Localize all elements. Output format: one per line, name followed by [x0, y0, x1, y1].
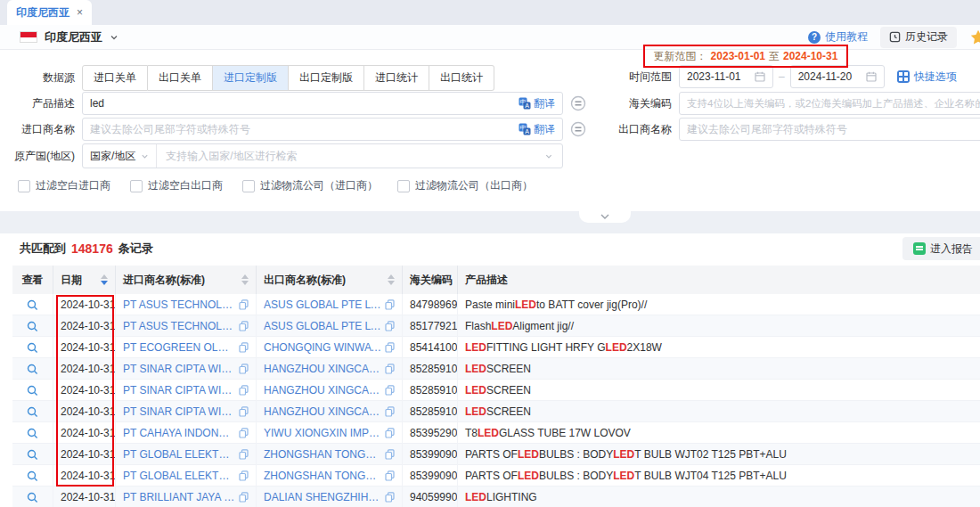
copy-icon[interactable]	[239, 406, 249, 417]
exporter-link[interactable]: YIWU XIONGXIN IMPORT AND EXPORT...	[264, 427, 381, 439]
match-mode-icon[interactable]	[570, 95, 586, 111]
filter-checkbox[interactable]: 过滤空白进口商	[18, 178, 110, 193]
importer-link[interactable]: PT ASUS TECHNOLOGY INDONESIA BA...	[123, 320, 235, 332]
copy-icon[interactable]	[385, 299, 395, 310]
view-detail-icon[interactable]	[27, 299, 38, 311]
importer-input[interactable]	[90, 123, 519, 135]
indonesia-flag-icon	[20, 31, 37, 43]
filter-checkbox[interactable]: 过滤物流公司（出口商）	[397, 178, 533, 193]
match-mode-icon[interactable]	[570, 121, 586, 137]
quick-options-link[interactable]: 快捷选项	[897, 70, 957, 85]
close-icon[interactable]: ×	[77, 7, 83, 18]
enter-report-button[interactable]: 进入报告	[902, 237, 980, 260]
hs-code-input[interactable]	[687, 98, 980, 109]
view-detail-icon[interactable]	[27, 385, 38, 397]
exporter-link[interactable]: HANGZHOU XINGCAN TRADING CO LTD	[264, 363, 381, 375]
exporter-link[interactable]: ASUS GLOBAL PTE LTD	[264, 298, 381, 311]
importer-link[interactable]: PT GLOBAL ELEKTRIK NASIONAL	[123, 470, 235, 482]
copy-icon[interactable]	[239, 492, 249, 503]
view-detail-icon[interactable]	[27, 470, 38, 482]
date-end-input[interactable]: 2024-11-20	[790, 65, 885, 88]
exporter-link[interactable]: CHONGQING WINWAY IMPORT AND E...	[264, 341, 381, 354]
copy-icon[interactable]	[239, 428, 249, 438]
history-button[interactable]: 历史记录	[880, 27, 957, 48]
datasource-tab[interactable]: 进口关单	[82, 65, 148, 91]
copy-icon[interactable]	[239, 342, 249, 353]
translate-button[interactable]: 中A 翻译	[519, 96, 555, 111]
sort-icon[interactable]	[382, 274, 395, 285]
view-detail-icon[interactable]	[27, 406, 38, 418]
importer-link[interactable]: PT ASUS TECHNOLOGY INDONESIA BA...	[123, 298, 235, 311]
product-desc-cell: LED SCREEN	[458, 380, 980, 401]
chevron-down-icon[interactable]	[110, 33, 118, 42]
table-row: 2024-10-31 PT SINAR CIPTA WIJAYA HANGZHO…	[12, 358, 980, 380]
copy-icon[interactable]	[239, 299, 249, 310]
product-desc-cell: PARTS OF LED BULBS : BODY LED T BULB WJT…	[458, 465, 980, 487]
copy-icon[interactable]	[239, 385, 249, 396]
copy-icon[interactable]	[239, 470, 249, 481]
view-detail-icon[interactable]	[27, 321, 38, 332]
tutorial-button[interactable]: ? 使用教程	[808, 29, 868, 45]
checkbox-icon	[18, 180, 30, 192]
product-desc-input[interactable]	[90, 97, 519, 110]
filter-checkbox[interactable]: 过滤空白出口商	[130, 178, 223, 193]
tab-indonesia[interactable]: 印度尼西亚 ×	[7, 0, 92, 25]
importer-link[interactable]: PT CAHAYA INDONESIA KARGO	[123, 427, 235, 439]
exporter-link[interactable]: ZHONGSHAN TONGJIUZHOU INTERNA...	[264, 448, 381, 461]
sort-icon[interactable]	[95, 274, 108, 285]
datasource-tab[interactable]: 出口定制版	[289, 65, 364, 91]
copy-icon[interactable]	[385, 406, 395, 417]
copy-icon[interactable]	[385, 385, 395, 396]
importer-link[interactable]: PT BRILLIANT JAYA WOOD INDUSTRY	[123, 491, 235, 503]
copy-icon[interactable]	[385, 470, 395, 481]
copy-icon[interactable]	[385, 428, 395, 438]
col-date[interactable]: 日期	[53, 266, 116, 294]
datasource-tab[interactable]: 进口统计	[364, 65, 429, 91]
datasource-tab[interactable]: 出口关单	[148, 65, 213, 91]
exporter-link[interactable]: HANGZHOU XINGCAN TRADING CO LTD	[264, 405, 381, 418]
datasource-tab[interactable]: 出口统计	[429, 65, 494, 91]
col-hs-code: 海关编码	[403, 266, 458, 294]
copy-icon[interactable]	[385, 449, 395, 460]
copy-icon[interactable]	[385, 342, 395, 353]
favorite-star-icon[interactable]	[969, 29, 980, 46]
importer-link[interactable]: PT SINAR CIPTA WIJAYA	[123, 363, 235, 375]
copy-icon[interactable]	[239, 364, 249, 374]
exporter-link[interactable]: ZHONGSHAN TONGJIUZHOU INTERNA...	[264, 470, 381, 482]
importer-link[interactable]: PT GLOBAL ELEKTRIK NASIONAL	[123, 448, 235, 461]
view-detail-icon[interactable]	[27, 342, 38, 354]
importer-link[interactable]: PT ECOGREEN OLEOCHEMICALS	[123, 341, 235, 354]
col-exporter[interactable]: 出口商名称(标准)	[257, 266, 403, 294]
importer-link[interactable]: PT SINAR CIPTA WIJAYA	[123, 384, 235, 397]
translate-button[interactable]: 中A 翻译	[519, 122, 555, 137]
col-importer[interactable]: 进口商名称(标准)	[116, 266, 257, 294]
hs-code-cell: 85285910	[403, 380, 458, 401]
hs-code-cell: 85395290	[403, 422, 458, 444]
origin-type-select[interactable]: 国家/地区	[83, 144, 157, 168]
chevron-down-icon[interactable]	[544, 152, 562, 160]
filter-checkbox[interactable]: 过滤物流公司（进口商）	[242, 178, 378, 193]
copy-icon[interactable]	[239, 321, 249, 331]
date-cell: 2024-10-31	[53, 422, 116, 444]
exporter-input[interactable]	[687, 123, 980, 135]
hs-code-cell: 84798969	[403, 294, 458, 315]
origin-search-input[interactable]: 支持输入国家/地区进行检索	[157, 149, 544, 164]
datasource-tab[interactable]: 进口定制版	[213, 65, 289, 91]
sort-icon[interactable]	[236, 274, 249, 285]
copy-icon[interactable]	[385, 492, 395, 503]
hs-code-cell: 85414100	[403, 337, 458, 358]
copy-icon[interactable]	[385, 364, 395, 374]
view-detail-icon[interactable]	[27, 428, 38, 439]
importer-link[interactable]: PT SINAR CIPTA WIJAYA	[123, 405, 235, 418]
copy-icon[interactable]	[385, 321, 395, 331]
collapse-form-button[interactable]	[579, 211, 631, 223]
copy-icon[interactable]	[239, 449, 249, 460]
view-detail-icon[interactable]	[27, 449, 38, 461]
exporter-link[interactable]: DALIAN SHENGZHIHUI WOOD INDUST...	[264, 491, 381, 503]
exporter-link[interactable]: ASUS GLOBAL PTE LTD	[264, 320, 381, 332]
exporter-field	[679, 118, 980, 141]
date-start-input[interactable]: 2023-11-01	[679, 65, 773, 88]
exporter-link[interactable]: HANGZHOU XINGCAN TRADING CO LTD	[264, 384, 381, 397]
view-detail-icon[interactable]	[27, 492, 38, 503]
view-detail-icon[interactable]	[27, 364, 38, 375]
